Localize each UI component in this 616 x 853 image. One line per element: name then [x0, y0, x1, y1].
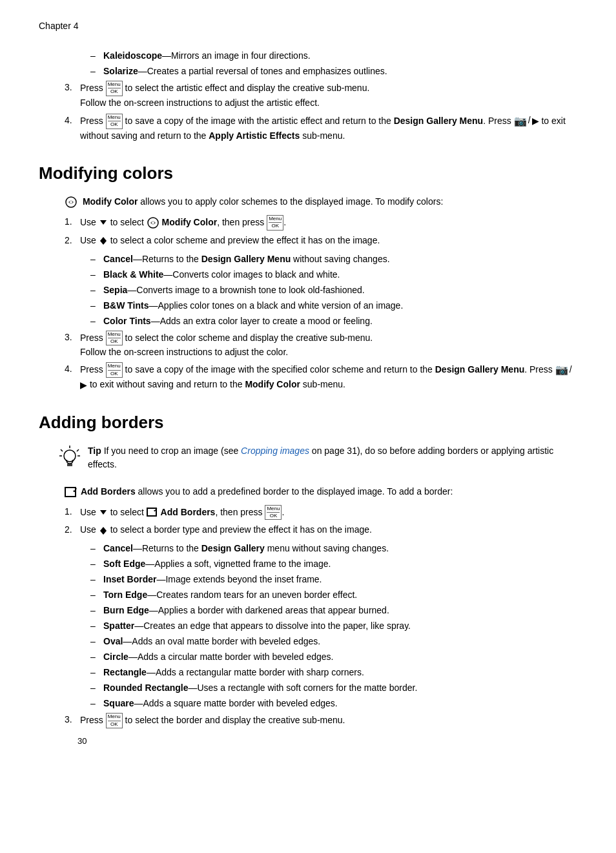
step-content: Press MenuOK to save a copy of the image… [80, 114, 577, 143]
arrow-up-down-icon [100, 237, 107, 245]
tip-label: Tip [88, 446, 101, 456]
svg-line-5 [61, 449, 63, 451]
menu-ok-button: MenuOK [267, 215, 283, 231]
chapter-label: Chapter 4 [39, 21, 78, 31]
border-options-list: –Cancel—Returns to the Design Gallery me… [90, 542, 577, 710]
step-item: 3. Press MenuOK to select the color sche… [65, 331, 577, 360]
adding-borders-steps1: 1. Use to select ✓ Add Borders, then pre… [39, 505, 577, 537]
menu-ok-button: MenuOK [106, 114, 123, 129]
camera-icon: 📷 [514, 114, 527, 129]
item-text: Kaleidoscope—Mirrors an image in four di… [103, 49, 311, 63]
step-number: 1. [65, 505, 80, 520]
menu-ok-button: MenuOK [106, 362, 123, 378]
modifying-colors-intro: Modify Color allows you to apply color s… [39, 195, 577, 209]
arrow-up-down-icon [100, 527, 107, 535]
step-item: 2. Use to select a color scheme and prev… [65, 234, 577, 247]
step-content: Use to select Modify Color, then press M… [80, 215, 577, 231]
menu-ok-button: MenuOK [265, 505, 282, 520]
list-item: –Spatter—Creates an edge that appears to… [90, 619, 577, 633]
color-options-list: –Cancel—Returns to the Design Gallery Me… [90, 252, 577, 328]
modifying-colors-steps2: 3. Press MenuOK to select the color sche… [39, 331, 577, 393]
tip-content: Tip If you need to crop an image (see Cr… [88, 444, 577, 471]
step-content: Press MenuOK to select the artistic effe… [80, 81, 577, 110]
step-number: 3. [65, 331, 80, 360]
modify-color-icon [65, 196, 77, 208]
step-item: 4. Press MenuOK to save a copy of the im… [65, 114, 577, 143]
modifying-colors-heading: Modifying colors [39, 161, 577, 186]
page-number: 30 [77, 735, 616, 748]
step-item: 4. Press MenuOK to save a copy of the im… [65, 362, 577, 392]
step-number: 2. [65, 523, 80, 537]
step-content: Press MenuOK to select the color scheme … [80, 331, 577, 360]
menu-ok-button: MenuOK [106, 331, 123, 346]
dash: – [90, 49, 103, 63]
step-item: 1. Use to select ✓ Add Borders, then pre… [65, 505, 577, 520]
list-item: –Oval—Adds an oval matte border with bev… [90, 635, 577, 648]
step-number: 4. [65, 114, 80, 143]
step-number: 3. [65, 81, 80, 110]
adding-borders-intro: ✓ Add Borders allows you to add a predef… [39, 485, 577, 498]
menu-ok-button: MenuOK [106, 713, 123, 728]
step-item: 3. Press MenuOK to select the artistic e… [65, 81, 577, 110]
svg-line-6 [77, 449, 79, 451]
list-item: –Circle—Adds a circular matte border wit… [90, 650, 577, 664]
step-number: 4. [65, 362, 80, 392]
step-content: Use to select a border type and preview … [80, 523, 577, 537]
step-number: 1. [65, 215, 80, 231]
play-icon: ▶ [532, 114, 539, 128]
dash: – [90, 65, 103, 78]
list-item: –Torn Edge—Creates random tears for an u… [90, 588, 577, 602]
list-item: – Kaleidoscope—Mirrors an image in four … [90, 49, 577, 63]
chapter-header: Chapter 4 [39, 19, 577, 33]
list-item: –Inset Border—Image extends beyond the i… [90, 573, 577, 586]
list-item: –Cancel—Returns to the Design Gallery me… [90, 542, 577, 555]
step-number: 3. [65, 713, 80, 728]
step-item: 1. Use to select Modify Color, then pres… [65, 215, 577, 231]
play-icon: ▶ [80, 378, 87, 392]
camera-icon: 📷 [555, 362, 568, 378]
step-number: 2. [65, 234, 80, 247]
item-text: Solarize—Creates a partial reversal of t… [103, 65, 387, 78]
list-item: –Rounded Rectangle—Uses a rectangle with… [90, 681, 577, 695]
list-item: –Cancel—Returns to the Design Gallery Me… [90, 252, 577, 266]
list-item: –Sepia—Converts image to a brownish tone… [90, 283, 577, 297]
menu-ok-button: MenuOK [106, 81, 123, 96]
adding-borders-step3: 3. Press MenuOK to select the border and… [39, 713, 577, 728]
arrow-down-icon [100, 510, 107, 515]
tip-box: Tip If you need to crop an image (see Cr… [58, 444, 577, 474]
svg-point-3 [152, 221, 154, 224]
list-item: –Rectangle—Adds a rectangular matte bord… [90, 666, 577, 679]
list-item: –Black & White—Converts color images to … [90, 268, 577, 282]
svg-point-1 [70, 201, 72, 203]
step-item: 3. Press MenuOK to select the border and… [65, 713, 577, 728]
list-item: –B&W Tints—Applies color tones on a blac… [90, 299, 577, 313]
lightbulb-icon [58, 444, 81, 470]
step-content: Use to select ✓ Add Borders, then press … [80, 505, 577, 520]
list-item: – Solarize—Creates a partial reversal of… [90, 65, 577, 78]
adding-borders-heading: Adding borders [39, 410, 577, 435]
modifying-colors-steps1: 1. Use to select Modify Color, then pres… [39, 215, 577, 247]
step-content: Press MenuOK to select the border and di… [80, 713, 577, 728]
list-item: –Square—Adds a square matte border with … [90, 697, 577, 710]
modify-color-small-icon [147, 217, 159, 229]
svg-point-7 [64, 450, 76, 462]
top-bullet-list: – Kaleidoscope—Mirrors an image in four … [90, 49, 577, 78]
list-item: –Burn Edge—Applies a border with darkene… [90, 604, 577, 617]
tip-icon [58, 444, 81, 474]
step-content: Use to select a color scheme and preview… [80, 234, 577, 247]
list-item: –Color Tints—Adds an extra color layer t… [90, 314, 577, 328]
step-item: 2. Use to select a border type and previ… [65, 523, 577, 537]
list-item: –Soft Edge—Applies a soft, vignetted fra… [90, 557, 577, 571]
arrow-down-icon [100, 220, 107, 225]
step-content: Press MenuOK to save a copy of the image… [80, 362, 577, 392]
cropping-link: Cropping images [241, 446, 309, 456]
top-steps: 3. Press MenuOK to select the artistic e… [39, 81, 577, 143]
